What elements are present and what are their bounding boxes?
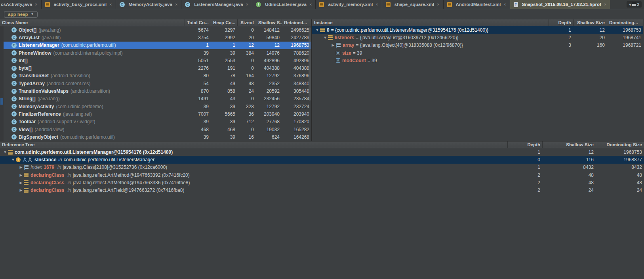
class-icon: C (11, 127, 17, 132)
collapse-icon[interactable]: ▼ (10, 158, 16, 162)
close-icon[interactable]: × (503, 2, 506, 7)
expand-icon[interactable]: ▶ (18, 173, 24, 177)
class-icon: C (11, 50, 17, 55)
hprof-viewer-window: csActivity.java × activity_busy_procs.xm… (0, 0, 644, 279)
class-icon: C (11, 27, 17, 32)
collapse-icon[interactable]: ▼ (314, 28, 320, 32)
heap-selector-dropdown[interactable]: app heap ▼ (4, 11, 38, 18)
hidden-tabs-dropdown[interactable]: ▾ 2 (627, 1, 642, 8)
table-row[interactable]: CObject[](java.lang) 5674329701484122496… (4, 26, 311, 34)
interface-icon: I (256, 2, 261, 7)
tab-androidmanifest[interactable]: AndroidManifest.xml × (444, 0, 510, 9)
reference-row[interactable]: ▶ declaringClass in java.lang.reflect.Ar… (0, 186, 644, 194)
vertical-scrollbar[interactable] (309, 27, 311, 101)
table-row[interactable]: CBigSpendyObject(com.udinic.perfdemo.uti… (4, 133, 311, 141)
close-icon[interactable]: × (309, 2, 312, 7)
table-row[interactable]: CTransitionSet(android.transition) 80781… (4, 72, 311, 80)
instance-icon (24, 180, 29, 185)
table-row[interactable]: CPhoneWindow(com.android.internal.policy… (4, 49, 311, 57)
table-row[interactable]: CTypedArray(android.content.res) 5449482… (4, 80, 311, 87)
column-sizeof[interactable]: Sizeof (237, 19, 256, 26)
tab-activity-busy-procs[interactable]: activity_busy_procs.xml × (42, 0, 116, 9)
expand-icon[interactable]: ▶ (18, 181, 24, 185)
expand-icon[interactable]: ▶ (18, 188, 24, 192)
table-row[interactable]: CMemoryActivity(com.udinic.perfdemo) 393… (4, 103, 311, 110)
close-icon[interactable]: × (375, 2, 378, 7)
tab-udiniclistener[interactable]: I UdinicListener.java × (252, 0, 316, 9)
class-icon: C (11, 111, 17, 117)
close-icon[interactable]: × (109, 2, 112, 7)
table-row[interactable]: Cbyte[] 22761910404388404388 (4, 64, 311, 72)
reference-row-selected[interactable]: ▼ ! sInstance in com.udinic.perfdemo.uti… (0, 156, 644, 163)
column-depth[interactable]: Depth (549, 19, 573, 26)
tab-bar-spacer (610, 0, 627, 9)
column-instance[interactable]: Instance (312, 19, 549, 26)
class-icon: C (11, 96, 17, 101)
reference-row[interactable]: ▼ com.udinic.perfdemo.util.ListenersMana… (0, 148, 644, 156)
column-retained-size[interactable]: Retained...▼ (282, 19, 311, 26)
column-class-name[interactable]: Class Name (0, 19, 185, 26)
close-icon[interactable]: × (246, 2, 248, 7)
class-icon: C (185, 2, 190, 7)
table-row[interactable]: CString[](java.lang) 1491430232456235784 (4, 95, 311, 103)
instance-icon (24, 173, 29, 178)
class-icon: C (120, 2, 125, 7)
column-shallow-size[interactable]: Shallow Size (573, 19, 607, 26)
hprof-file-icon: ? (514, 2, 518, 7)
instance-icon (24, 188, 29, 193)
xml-file-icon (45, 2, 50, 7)
column-reference-tree[interactable]: Reference Tree (0, 141, 507, 148)
close-icon[interactable]: × (35, 2, 37, 7)
tab-label: UdinicListener.java (265, 2, 307, 7)
reference-row[interactable]: ▶ Index 1679 in java.lang.Class[2108]@31… (0, 164, 644, 171)
hidden-tab-count: 2 (637, 2, 639, 7)
column-total-count[interactable]: Total Co... (185, 19, 211, 26)
primitive-field-icon: # (336, 58, 340, 63)
tab-csactivity[interactable]: csActivity.java × (0, 0, 42, 9)
tab-shape-square[interactable]: shape_square.xml × (382, 0, 444, 9)
chevron-down-icon: ▾ (629, 2, 631, 7)
column-depth[interactable]: Depth (507, 141, 542, 148)
tab-label: Snapshot_2015.08.16_17.02.21.hprof (522, 2, 601, 7)
column-shallow-size[interactable]: Shallow S... (256, 19, 282, 26)
tab-memoryactivity[interactable]: C MemoryActivity.java × (116, 0, 182, 9)
class-icon: C (11, 104, 17, 109)
instance-row-selected[interactable]: ▼ 0 = {com.udinic.perfdemo.util.Listener… (312, 26, 643, 34)
close-icon[interactable]: × (437, 2, 439, 7)
instance-row[interactable]: # modCount = 39 (312, 57, 643, 64)
table-row[interactable]: CView[](android.view) 468468019032165282 (4, 126, 311, 133)
reference-row[interactable]: ▶ declaringClass in java.lang.reflect.Ar… (0, 171, 644, 179)
tab-listenersmanager[interactable]: C ListenersManager.java × (181, 0, 252, 9)
tab-label: activity_memory.xml (328, 2, 373, 7)
thread-root-icon (28, 157, 32, 162)
expand-icon[interactable]: ▶ (330, 43, 336, 47)
expand-icon[interactable]: ▶ (18, 165, 24, 169)
collapse-icon[interactable]: ▼ (2, 150, 8, 154)
class-icon: C (11, 66, 17, 71)
table-row[interactable]: CTransitionValuesMaps(android.transition… (4, 87, 311, 95)
instance-row[interactable]: ▼ listeners = {java.util.ArrayList@31603… (312, 34, 643, 41)
close-icon[interactable]: × (175, 2, 177, 7)
instance-row[interactable]: # size = 39 (312, 49, 643, 57)
column-heap-count[interactable]: Heap Co... (211, 19, 237, 26)
tab-snapshot-hprof[interactable]: ? Snapshot_2015.08.16_17.02.21.hprof × (510, 0, 611, 9)
gc-root-warning-icon: ! (16, 157, 21, 162)
class-icon: C (11, 43, 17, 48)
instance-icon (328, 35, 333, 40)
array-icon (24, 165, 29, 170)
class-icon: C (11, 119, 17, 124)
instance-row[interactable]: ▶ array = {java.lang.Object[40]@31833508… (312, 42, 643, 49)
column-dominating-size[interactable]: Dominating Size (596, 141, 644, 148)
tab-activity-memory[interactable]: activity_memory.xml × (316, 0, 382, 9)
table-row[interactable]: CArrayList(java.util) 375429922059840242… (4, 34, 311, 41)
table-row[interactable]: CFinalizerReference(java.lang.ref) 70075… (4, 110, 311, 118)
column-dominating[interactable]: Dominating... (607, 19, 643, 26)
close-icon[interactable]: × (604, 2, 606, 7)
collapse-icon[interactable]: ▼ (322, 36, 328, 40)
stripe-marker (0, 98, 3, 105)
table-row[interactable]: CToolbar(android.support.v7.widget) 3939… (4, 118, 311, 126)
table-row[interactable]: Cint[] 505125530492896492896 (4, 57, 311, 64)
reference-row[interactable]: ▶ declaringClass in java.lang.reflect.Ar… (0, 179, 644, 186)
column-shallow-size[interactable]: Shallow Size (542, 141, 596, 148)
table-row-selected[interactable]: CListenersManager(com.udinic.perfdemo.ut… (4, 42, 311, 49)
